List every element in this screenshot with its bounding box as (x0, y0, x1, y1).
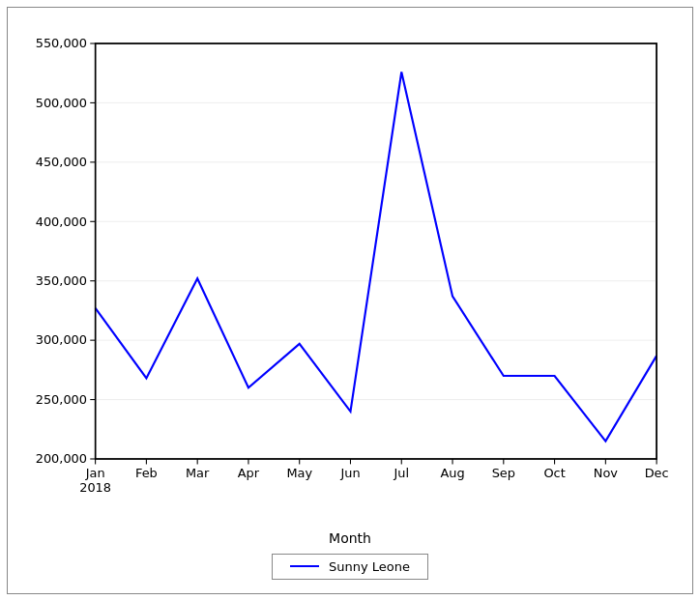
svg-text:May: May (286, 466, 312, 480)
svg-text:300,000: 300,000 (36, 332, 87, 347)
svg-text:200,000: 200,000 (36, 451, 87, 466)
svg-text:Jan: Jan (85, 466, 105, 480)
svg-text:Dec: Dec (645, 466, 669, 480)
svg-text:Nov: Nov (594, 466, 619, 480)
svg-text:350,000: 350,000 (36, 273, 87, 288)
svg-text:Jul: Jul (393, 466, 409, 480)
svg-text:500,000: 500,000 (36, 95, 87, 109)
svg-rect-0 (96, 43, 657, 459)
svg-text:2018: 2018 (79, 480, 111, 495)
legend-line-icon (290, 565, 319, 567)
svg-text:400,000: 400,000 (36, 214, 87, 228)
svg-text:250,000: 250,000 (36, 391, 87, 406)
svg-text:Jun: Jun (339, 466, 360, 480)
svg-text:450,000: 450,000 (36, 155, 87, 169)
svg-text:Oct: Oct (543, 466, 565, 480)
svg-text:Feb: Feb (135, 466, 158, 480)
svg-text:Sep: Sep (492, 466, 515, 480)
line-chart: 200,000250,000300,000350,000400,000450,0… (17, 17, 683, 527)
svg-text:Mar: Mar (186, 466, 210, 480)
svg-text:Aug: Aug (440, 466, 464, 480)
chart-area: 200,000250,000300,000350,000400,000450,0… (17, 17, 683, 527)
legend: Sunny Leone (272, 554, 428, 580)
svg-text:Apr: Apr (238, 466, 260, 480)
svg-text:550,000: 550,000 (36, 36, 87, 50)
x-axis-label: Month (329, 530, 371, 546)
legend-label: Sunny Leone (329, 559, 410, 574)
chart-container: 200,000250,000300,000350,000400,000450,0… (7, 7, 693, 594)
